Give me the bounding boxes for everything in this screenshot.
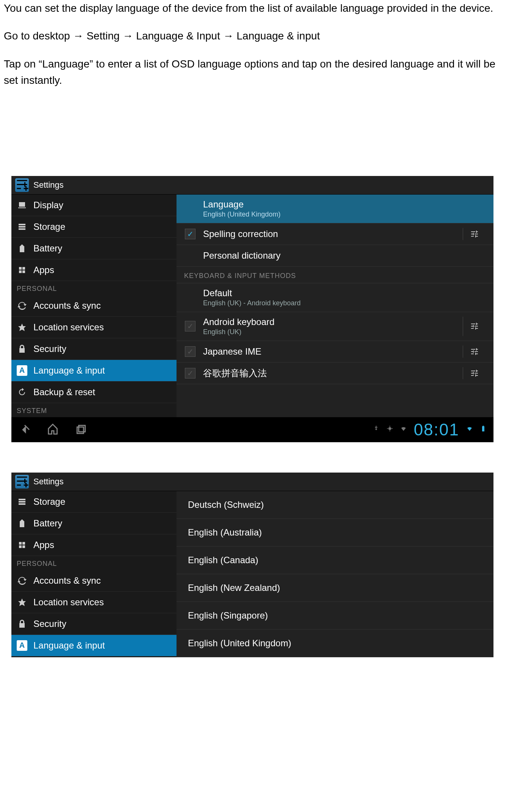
sidebar-item-apps[interactable]: Apps	[11, 534, 177, 556]
sync-icon	[17, 300, 27, 311]
sidebar-item-display[interactable]: Display	[11, 195, 177, 216]
backup-icon	[17, 387, 27, 397]
status-clock: 08:01	[414, 420, 459, 439]
setting-row-google-pinyin[interactable]: ✓ 谷歌拼音输入法	[177, 363, 493, 384]
sidebar-item-label: Security	[33, 344, 66, 354]
titlebar: Settings	[11, 473, 493, 491]
row-settings-button[interactable]	[463, 367, 486, 379]
apps-icon	[17, 540, 27, 550]
setting-row-language[interactable]: Language English (United Kingdom)	[177, 195, 493, 223]
arrow-icon: →	[123, 30, 133, 42]
lock-icon	[17, 619, 27, 629]
svg-rect-0	[77, 427, 84, 433]
setting-title: Japanese IME	[203, 346, 463, 357]
setting-sub: English (UK) - Android keyboard	[203, 299, 486, 307]
sidebar-item-storage[interactable]: Storage	[11, 491, 177, 513]
row-settings-button[interactable]	[463, 317, 486, 336]
apps-icon	[17, 265, 27, 275]
setting-row-android-keyboard[interactable]: ✓ Android keyboard English (UK)	[177, 312, 493, 341]
sidebar-item-storage[interactable]: Storage	[11, 216, 177, 238]
sidebar-item-security[interactable]: Security	[11, 613, 177, 635]
sidebar-header-personal: PERSONAL	[11, 281, 177, 295]
svg-rect-3	[482, 426, 484, 432]
sidebar-header-personal: PERSONAL	[11, 556, 177, 570]
language-option[interactable]: English (United Kingdom)	[177, 630, 493, 657]
debug-icon	[386, 425, 393, 434]
sidebar-item-location[interactable]: Location services	[11, 317, 177, 338]
checkbox-checked-disabled-icon: ✓	[185, 321, 195, 331]
setting-row-personal-dictionary[interactable]: Personal dictionary	[177, 245, 493, 267]
language-option[interactable]: English (Canada)	[177, 547, 493, 574]
wifi-signal-icon	[466, 425, 473, 434]
setting-title: Language	[203, 199, 486, 210]
language-option[interactable]: English (Australia)	[177, 519, 493, 547]
svg-point-2	[388, 427, 391, 430]
battery-icon	[17, 243, 27, 254]
language-option[interactable]: English (New Zealand)	[177, 574, 493, 602]
location-icon	[17, 322, 27, 333]
lock-icon	[17, 344, 27, 354]
sidebar-item-language-input[interactable]: A Language & input	[11, 360, 177, 382]
intro-paragraph-2: Go to desktop → Setting → Language & Inp…	[4, 28, 498, 44]
sidebar-item-accounts-sync[interactable]: Accounts & sync	[11, 295, 177, 317]
intro-paragraph-3: Tap on “Language” to enter a list of OSD…	[4, 56, 498, 89]
sidebar-item-apps[interactable]: Apps	[11, 259, 177, 281]
setting-sub: English (United Kingdom)	[203, 210, 486, 218]
settings-icon	[15, 178, 29, 192]
checkbox-checked-icon[interactable]: ✓	[185, 229, 195, 239]
language-list[interactable]: Deutsch (Schweiz) English (Australia) En…	[177, 491, 493, 657]
language-icon: A	[17, 365, 27, 376]
sidebar-header-system: SYSTEM	[11, 403, 177, 417]
title-text: Settings	[33, 477, 64, 487]
sidebar-item-battery[interactable]: Battery	[11, 238, 177, 259]
setting-title: 谷歌拼音输入法	[203, 367, 463, 379]
sidebar-item-language-input[interactable]: A Language & input	[11, 635, 177, 657]
sidebar-item-backup-reset[interactable]: Backup & reset	[11, 382, 177, 403]
sidebar-item-security[interactable]: Security	[11, 338, 177, 360]
settings-sidebar: Storage Battery Apps PERSONAL Accounts &…	[11, 491, 177, 657]
svg-rect-1	[79, 425, 85, 432]
sidebar-item-location[interactable]: Location services	[11, 592, 177, 613]
settings-content: Language English (United Kingdom) ✓ Spel…	[177, 195, 493, 417]
nav-path-step: Language & input	[234, 30, 320, 42]
language-icon: A	[17, 640, 27, 651]
sidebar-item-label: Accounts & sync	[33, 575, 101, 586]
sidebar-item-battery[interactable]: Battery	[11, 513, 177, 534]
sidebar-item-label: Location services	[33, 322, 104, 333]
title-text: Settings	[33, 180, 64, 190]
setting-row-spelling[interactable]: ✓ Spelling correction	[177, 223, 493, 245]
sidebar-item-accounts-sync[interactable]: Accounts & sync	[11, 570, 177, 592]
home-button[interactable]	[46, 423, 59, 436]
setting-title: Personal dictionary	[203, 250, 486, 261]
screenshot-language-list: Settings Storage Battery Apps PERSONAL A…	[11, 473, 493, 657]
content-header-keyboard: KEYBOARD & INPUT METHODS	[177, 267, 493, 283]
row-settings-button[interactable]	[463, 228, 486, 240]
setting-row-default[interactable]: Default English (UK) - Android keyboard	[177, 283, 493, 312]
sidebar-item-label: Apps	[33, 265, 54, 275]
sidebar-item-label: Display	[33, 200, 63, 210]
storage-icon	[17, 496, 27, 507]
sidebar-item-label: Storage	[33, 496, 65, 507]
usb-icon	[373, 425, 380, 434]
arrow-icon: →	[73, 30, 84, 42]
sidebar-item-label: Location services	[33, 597, 104, 608]
sidebar-item-label: Storage	[33, 221, 65, 232]
battery-icon	[17, 518, 27, 529]
intro-paragraph-1: You can set the display language of the …	[4, 0, 498, 16]
setting-title: Android keyboard	[203, 317, 463, 327]
back-button[interactable]	[18, 423, 31, 436]
row-settings-button[interactable]	[463, 346, 486, 358]
nav-path-prefix: Go to desktop	[4, 30, 73, 42]
display-icon	[17, 200, 27, 210]
language-option[interactable]: Deutsch (Schweiz)	[177, 491, 493, 519]
sidebar-item-label: Battery	[33, 243, 62, 254]
sidebar-item-label: Battery	[33, 518, 62, 529]
titlebar: Settings	[11, 176, 493, 195]
settings-icon	[15, 475, 29, 488]
recent-apps-button[interactable]	[74, 423, 87, 436]
setting-title: Default	[203, 288, 486, 298]
language-option[interactable]: English (Singapore)	[177, 602, 493, 630]
sidebar-item-label: Language & input	[33, 640, 105, 651]
location-icon	[17, 597, 27, 608]
setting-row-japanese-ime[interactable]: ✓ Japanese IME	[177, 341, 493, 363]
